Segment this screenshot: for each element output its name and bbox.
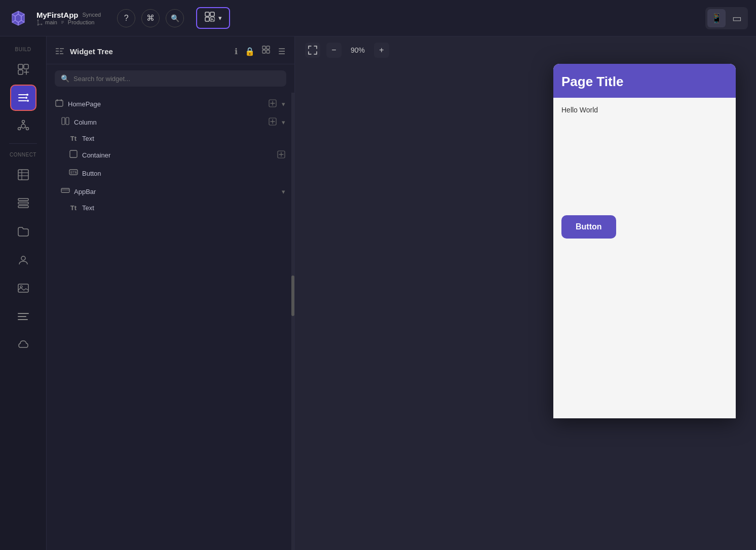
widget-panel-title: Widget Tree — [70, 47, 229, 56]
homepage-icon — [55, 98, 64, 109]
column-chevron[interactable]: ▾ — [281, 118, 286, 126]
topbar-actions: ? ⌘ 🔍 — [117, 9, 184, 27]
widget-search-bar: 🔍 — [55, 70, 286, 87]
phone-button[interactable]: Button — [561, 215, 616, 239]
svg-rect-12 — [210, 12, 214, 16]
lock-icon: 🔒 — [245, 47, 255, 56]
main-area: Build — [0, 36, 756, 550]
plus-icon: + — [379, 46, 384, 55]
sidebar-divider — [9, 143, 37, 144]
tree-item-text-1[interactable]: Tt Text — [47, 131, 294, 146]
svg-rect-63 — [62, 117, 65, 125]
widget-panel: Widget Tree ℹ 🔒 ☰ — [47, 36, 295, 550]
zoom-level-display: 90% — [348, 46, 368, 54]
sidebar-item-image[interactable] — [10, 275, 36, 301]
scrollbar-thumb[interactable] — [291, 276, 294, 316]
left-sidebar: Build — [0, 36, 47, 550]
homepage-add-button[interactable] — [268, 99, 278, 109]
phone-button-label: Button — [576, 222, 602, 231]
widget-search-input[interactable] — [73, 75, 280, 83]
svg-rect-16 — [18, 64, 23, 69]
chevron-down-icon: ▾ — [218, 14, 222, 22]
scrollbar-track — [291, 93, 294, 550]
mobile-device-button[interactable]: 📱 — [707, 9, 726, 27]
app-name: MyFirstApp — [36, 11, 79, 19]
sidebar-item-add-widget[interactable] — [10, 56, 36, 83]
text-1-label: Text — [82, 135, 286, 142]
svg-rect-42 — [18, 284, 28, 292]
appbar-label: AppBar — [74, 188, 277, 195]
tree-item-column[interactable]: Column ▾ — [47, 113, 294, 131]
panel-menu-button[interactable]: ☰ — [277, 46, 286, 57]
button-icon: BTN — [69, 168, 78, 179]
svg-text:BTN: BTN — [70, 171, 77, 175]
button-label: Button — [82, 170, 286, 177]
svg-rect-55 — [262, 50, 266, 53]
question-button[interactable]: ? — [117, 9, 135, 27]
svg-rect-57 — [56, 100, 63, 106]
tree-item-text-2[interactable]: Tt Text — [47, 201, 294, 215]
widget-tree-content: HomePage ▾ — [47, 93, 294, 217]
question-icon: ? — [124, 14, 129, 23]
widget-tree-scroll-area: HomePage ▾ — [47, 93, 294, 550]
sidebar-item-align[interactable] — [10, 303, 36, 330]
tablet-device-button[interactable]: ▭ — [728, 9, 746, 27]
text-2-label: Text — [82, 204, 286, 212]
topbar: MyFirstApp Synced main Production ? ⌘ 🔍 — [0, 0, 756, 36]
column-label: Column — [74, 119, 263, 126]
sidebar-item-widget-tree[interactable] — [10, 85, 36, 111]
svg-point-10 — [41, 23, 43, 25]
search-icon: 🔍 — [61, 74, 69, 83]
sync-status: Synced — [83, 12, 101, 18]
tree-item-appbar[interactable]: AppBar ▾ — [47, 182, 294, 201]
grid-icon — [262, 46, 271, 55]
sidebar-item-connect[interactable] — [10, 113, 36, 139]
svg-line-33 — [20, 128, 21, 128]
column-actions: ▾ — [268, 117, 286, 127]
svg-point-8 — [37, 19, 39, 21]
panel-info-button[interactable]: ℹ — [234, 46, 239, 57]
tree-item-homepage[interactable]: HomePage ▾ — [47, 95, 294, 113]
text-icon-2: Tt — [69, 204, 78, 212]
sidebar-item-people[interactable] — [10, 247, 36, 273]
sidebar-item-folder[interactable] — [10, 218, 36, 245]
tree-item-container[interactable]: Container — [47, 146, 294, 164]
build-label: Build — [0, 47, 46, 52]
deploy-icon — [204, 11, 215, 25]
search-button[interactable]: 🔍 — [166, 9, 184, 27]
deploy-button[interactable]: ▾ — [196, 7, 230, 29]
info-icon: ℹ — [235, 47, 238, 56]
zoom-in-button[interactable]: + — [374, 43, 389, 58]
app-info: MyFirstApp Synced main Production — [36, 11, 101, 26]
appbar-chevron[interactable]: ▾ — [281, 187, 286, 195]
svg-rect-54 — [267, 46, 270, 49]
svg-rect-74 — [61, 188, 69, 192]
command-button[interactable]: ⌘ — [141, 9, 160, 27]
widget-panel-header: Widget Tree ℹ 🔒 ☰ — [47, 36, 294, 64]
canvas-toolbar: − 90% + — [295, 36, 756, 64]
panel-grid-button[interactable] — [261, 45, 272, 58]
sidebar-item-list[interactable] — [10, 190, 36, 216]
svg-point-29 — [26, 128, 28, 130]
svg-rect-56 — [267, 50, 270, 53]
svg-line-32 — [25, 128, 26, 128]
svg-rect-13 — [205, 17, 209, 21]
panel-lock-button[interactable]: 🔒 — [244, 46, 256, 57]
zoom-out-button[interactable]: − — [326, 43, 342, 58]
phone-body: Hello World Button — [553, 98, 736, 418]
fit-to-screen-button[interactable] — [305, 43, 320, 58]
minus-icon: − — [331, 46, 336, 55]
column-add-button[interactable] — [268, 117, 278, 127]
app-branch-row: main Production — [36, 19, 101, 26]
appbar-actions: ▾ — [281, 187, 286, 195]
chevron-down-icon: ▾ — [282, 119, 285, 126]
chevron-down-icon: ▾ — [282, 188, 285, 195]
container-add-button[interactable] — [276, 150, 286, 160]
sidebar-item-cloud[interactable] — [10, 332, 36, 358]
svg-point-26 — [27, 100, 29, 102]
tree-item-button[interactable]: BTN Button — [47, 164, 294, 182]
mobile-icon: 📱 — [711, 13, 722, 24]
text-icon: Tt — [69, 135, 78, 142]
sidebar-item-table[interactable] — [10, 162, 36, 188]
homepage-chevron[interactable]: ▾ — [281, 100, 286, 108]
